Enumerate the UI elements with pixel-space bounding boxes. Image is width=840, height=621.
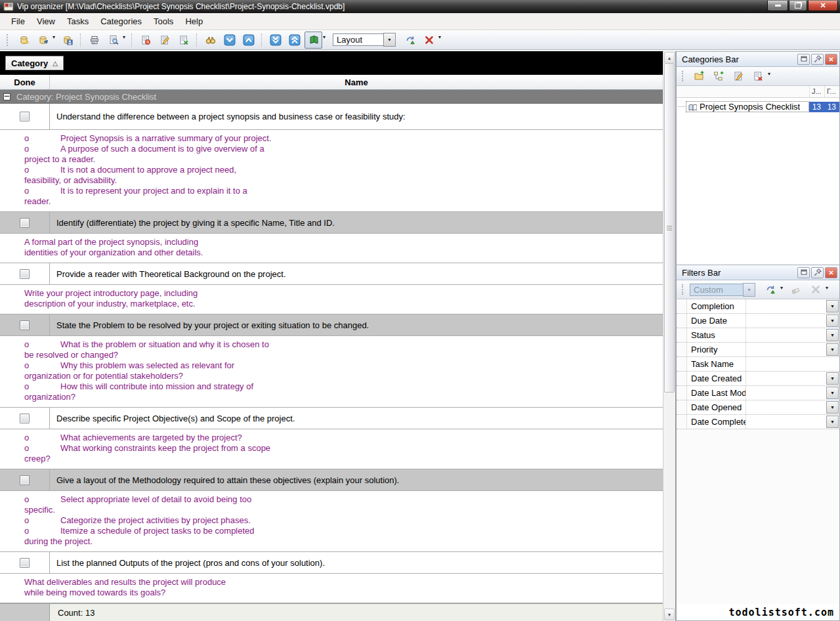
task-row[interactable]: Provide a reader with Theoretical Backgr… <box>0 263 663 285</box>
group-by-category-chip[interactable]: Category △ <box>5 56 64 70</box>
scrollbar-up-arrow[interactable]: ▲ <box>664 52 675 64</box>
restore-button[interactable] <box>789 1 807 11</box>
task-checkbox[interactable] <box>20 475 30 485</box>
dropdown-caret-icon[interactable]: ▾ <box>123 34 125 40</box>
layout-combo-value[interactable]: Layout <box>333 33 383 46</box>
layout-combo[interactable]: Layout▼ <box>333 33 396 47</box>
delete-category-button[interactable] <box>749 68 766 85</box>
filter-value-cell[interactable] <box>746 328 826 342</box>
task-row[interactable]: Understand the difference between a proj… <box>0 104 663 130</box>
task-row[interactable]: Identify (differentiate) the project by … <box>0 212 663 234</box>
remove-filter-button[interactable] <box>807 281 824 298</box>
move-to-bottom-button[interactable] <box>266 32 284 49</box>
task-row[interactable]: State the Problem to be resolved by your… <box>0 314 663 336</box>
dropdown-caret-icon[interactable]: ▾ <box>768 71 770 77</box>
task-checkbox[interactable] <box>20 320 30 330</box>
menu-tasks[interactable]: Tasks <box>61 14 94 28</box>
chevron-down-icon[interactable]: ▼ <box>826 329 839 341</box>
categories-restore-button[interactable] <box>797 54 810 65</box>
task-row[interactable]: List the planned Outputs of the project … <box>0 552 663 574</box>
task-name[interactable]: Understand the difference between a proj… <box>49 104 663 129</box>
filter-value-cell[interactable] <box>746 372 826 385</box>
filter-value-cell[interactable] <box>746 415 826 429</box>
categories-count-column-2[interactable]: Г... <box>824 86 839 97</box>
task-checkbox[interactable] <box>20 269 30 279</box>
chevron-down-icon[interactable]: ▼ <box>743 283 755 297</box>
open-database-button[interactable] <box>34 32 52 49</box>
print-button[interactable] <box>85 32 103 49</box>
find-button[interactable] <box>201 32 219 49</box>
main-vertical-scrollbar[interactable]: ▲ ▼ <box>663 51 675 621</box>
categories-count-column-1[interactable]: J... <box>809 86 824 97</box>
task-row[interactable]: Describe specific Project Objective(s) a… <box>0 408 663 429</box>
category-selection[interactable]: Project Synopsis Checklist <box>686 101 809 112</box>
filter-value-cell[interactable] <box>746 400 826 414</box>
filter-preset-value[interactable]: Custom <box>690 284 743 296</box>
close-button[interactable]: ✕ <box>808 1 838 11</box>
brand-link[interactable]: todolistsoft.com <box>677 604 839 620</box>
menu-view[interactable]: View <box>31 14 61 28</box>
category-label[interactable]: Project Synopsis Checklist <box>700 102 800 112</box>
task-name[interactable]: Describe specific Project Objective(s) a… <box>49 408 663 429</box>
new-database-button[interactable] <box>15 32 33 49</box>
task-checkbox[interactable] <box>20 218 30 228</box>
dropdown-caret-icon[interactable]: ▾ <box>52 34 55 40</box>
new-task-button[interactable] <box>136 32 154 49</box>
print-preview-button[interactable] <box>104 32 122 49</box>
column-header-name[interactable]: Name <box>50 75 663 89</box>
toolbar-overflow-icon[interactable]: ▾ <box>438 34 441 40</box>
minimize-button[interactable] <box>767 1 788 11</box>
toolbar-overflow-icon[interactable]: ▾ <box>826 285 828 291</box>
menu-categories[interactable]: Categories <box>94 14 148 28</box>
move-down-button[interactable] <box>220 32 238 49</box>
task-name[interactable]: Provide a reader with Theoretical Backgr… <box>49 263 663 284</box>
apply-filter-button[interactable] <box>761 281 779 298</box>
task-checkbox[interactable] <box>20 558 30 568</box>
collapse-icon[interactable] <box>3 93 10 100</box>
categories-close-button[interactable]: ✕ <box>825 54 837 65</box>
chevron-down-icon[interactable]: ▼ <box>826 387 839 399</box>
chevron-down-icon[interactable]: ▼ <box>826 401 839 414</box>
menu-help[interactable]: Help <box>179 14 209 28</box>
new-category-button[interactable] <box>709 68 727 85</box>
task-row[interactable]: Give a layout of the Methodology require… <box>0 469 663 491</box>
edit-category-button[interactable] <box>729 68 747 85</box>
chevron-down-icon[interactable]: ▼ <box>826 300 839 312</box>
filter-preset-combo[interactable]: Custom ▼ <box>690 283 755 297</box>
save-database-button[interactable] <box>58 32 76 49</box>
notes-view-toggle[interactable] <box>304 32 322 49</box>
category-group-row[interactable]: Category: Project Synopsis Checklist <box>0 90 663 104</box>
filters-restore-button[interactable] <box>797 267 810 278</box>
dropdown-caret-icon[interactable]: ▾ <box>323 34 326 40</box>
filter-value-cell[interactable] <box>746 386 826 400</box>
filter-value-cell[interactable] <box>746 357 839 371</box>
chevron-down-icon[interactable]: ▼ <box>826 314 839 327</box>
chevron-down-icon[interactable]: ▼ <box>826 343 839 356</box>
new-checklist-button[interactable] <box>690 68 707 85</box>
task-checkbox[interactable] <box>20 414 30 423</box>
filter-value-cell[interactable] <box>746 299 826 313</box>
menu-file[interactable]: File <box>5 14 31 28</box>
task-name[interactable]: Identify (differentiate) the project by … <box>49 212 663 233</box>
task-name[interactable]: Give a layout of the Methodology require… <box>49 469 663 490</box>
move-to-top-button[interactable] <box>285 32 303 49</box>
delete-layout-button[interactable] <box>420 32 438 49</box>
categories-pin-button[interactable] <box>811 54 824 65</box>
filters-close-button[interactable]: ✕ <box>825 267 837 278</box>
column-header-done[interactable]: Done <box>0 75 50 89</box>
delete-task-button[interactable] <box>175 32 192 49</box>
filter-value-cell[interactable] <box>746 314 826 328</box>
menu-tools[interactable]: Tools <box>148 14 179 28</box>
scrollbar-down-arrow[interactable]: ▼ <box>664 609 675 620</box>
chevron-down-icon[interactable]: ▼ <box>383 33 396 47</box>
apply-layout-button[interactable] <box>401 32 419 49</box>
edit-task-button[interactable] <box>156 32 173 49</box>
chevron-down-icon[interactable]: ▼ <box>826 372 839 385</box>
clear-filter-button[interactable] <box>787 281 805 298</box>
move-up-button[interactable] <box>240 32 257 49</box>
task-checkbox[interactable] <box>20 112 30 121</box>
scrollbar-thumb[interactable] <box>664 63 675 393</box>
chevron-down-icon[interactable]: ▼ <box>826 416 839 428</box>
dropdown-caret-icon[interactable]: ▾ <box>780 285 783 291</box>
task-name[interactable]: State the Problem to be resolved by your… <box>49 314 663 335</box>
